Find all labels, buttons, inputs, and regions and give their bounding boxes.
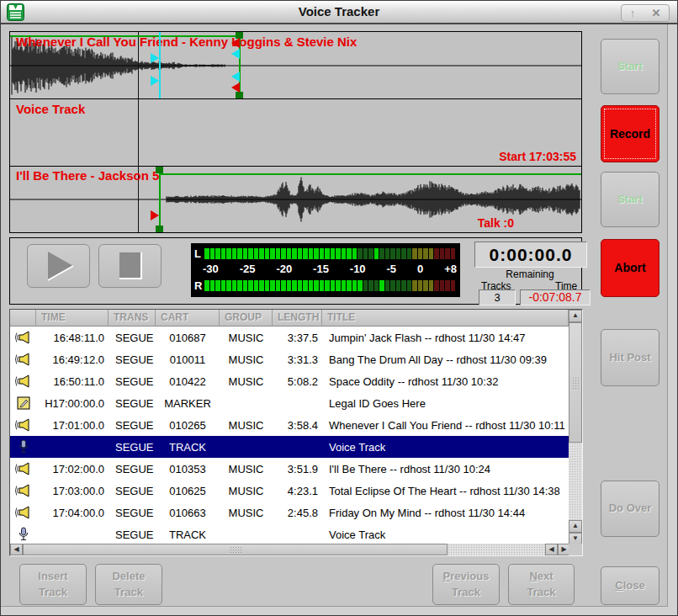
column-header-group: GROUP — [220, 310, 273, 327]
cell-length: 3:58.4 — [273, 419, 322, 432]
meter-segment — [352, 248, 358, 259]
meter-segment — [226, 280, 231, 291]
play-button[interactable] — [27, 244, 90, 288]
meter-segment — [390, 248, 395, 259]
meter-segment — [325, 248, 330, 259]
stop-icon — [99, 245, 161, 287]
cell-title: Legal ID Goes Here — [322, 397, 569, 410]
microphone-icon — [15, 526, 32, 543]
segue-marker-icon[interactable] — [231, 82, 240, 93]
column-header-title: TITLE — [322, 310, 569, 327]
log-row[interactable]: 16:48:11.0SEGUE010687MUSIC3:37.5Jumpin' … — [10, 327, 569, 348]
close-window-icon[interactable]: ✕ — [651, 8, 660, 19]
start-2-button[interactable]: Start — [601, 172, 659, 227]
fade-marker-icon[interactable] — [151, 53, 159, 63]
abort-button[interactable]: Abort — [601, 239, 659, 297]
track1-fade-marker-line[interactable] — [159, 32, 161, 98]
meter-segment — [243, 280, 248, 291]
window-frame-bottom — [1, 606, 668, 615]
do-over-button[interactable]: Do Over — [601, 481, 659, 537]
meter-segment — [385, 248, 390, 259]
marker-handle-icon[interactable] — [236, 92, 243, 98]
marker-handle-icon[interactable] — [156, 167, 163, 173]
column-header-length: LENGTH — [273, 310, 322, 327]
right-channel-label: R — [194, 279, 204, 292]
previous-track-button[interactable]: PreviousTrack — [432, 564, 500, 605]
meter-segment — [363, 248, 368, 259]
fade-marker-icon[interactable] — [151, 76, 159, 86]
meter-segment — [298, 248, 303, 259]
cell-time: 17:01:00.0 — [36, 419, 109, 432]
segue-marker-icon[interactable] — [231, 38, 240, 48]
meter-segment — [331, 280, 336, 291]
meter-segment — [336, 248, 341, 259]
window-controls: ↑ ✕ — [621, 4, 670, 22]
meter-scale-tick: 0 — [417, 263, 423, 276]
log-row[interactable]: 17:01:00.0SEGUE010265MUSIC3:58.4Whenever… — [10, 414, 569, 436]
log-row[interactable]: 17:04:00.0SEGUE010663MUSIC2:45.8Friday O… — [10, 502, 569, 523]
voice-tracker-window: Voice Tracker ↑ ✕ Whenever I Call You Fr… — [0, 0, 678, 616]
cell-title: Jumpin' Jack Flash -- rdhost 11/30 14:47 — [322, 332, 569, 344]
close-button[interactable]: Close — [601, 566, 659, 605]
meter-segment — [232, 248, 237, 259]
log-row[interactable]: SEGUETRACKVoice Track — [10, 436, 569, 458]
log-row[interactable]: 16:49:12.0SEGUE010011MUSIC3:31.3Bang The… — [10, 348, 569, 370]
log-row[interactable]: SEGUETRACKVoice Track — [10, 523, 569, 545]
waveform-canvas[interactable]: Whenever I Call You Friend - Kenny Loggi… — [10, 32, 581, 232]
log-row[interactable]: 16:50:11.0SEGUE010422MUSIC5:08.2Space Od… — [10, 370, 569, 392]
column-header-trans: TRANS — [109, 310, 156, 327]
cell-cart: 010353 — [156, 463, 220, 475]
horizontal-scroll-track[interactable] — [448, 544, 545, 555]
meter-segment — [429, 248, 434, 259]
scroll-up-icon[interactable]: ▲ — [569, 310, 582, 322]
transport-panel: L -30-25-20-15-10-50+8 R 0:00:00.0 Remai… — [9, 237, 582, 305]
voice-track-editor[interactable]: Whenever I Call You Friend - Kenny Loggi… — [9, 31, 582, 233]
log-header: TIMETRANSCARTGROUPLENGTHTITLE — [10, 310, 569, 327]
insert-track-label-line: Track — [39, 585, 67, 601]
scroll-left-icon[interactable]: ◀ — [545, 544, 558, 555]
fade-marker-icon[interactable] — [231, 72, 240, 82]
vertical-scroll-track[interactable] — [569, 443, 582, 520]
scroll-up-icon[interactable]: ▲ — [569, 520, 582, 533]
meter-segment — [243, 248, 248, 259]
row-icon-cell — [10, 417, 36, 433]
meter-segment — [440, 248, 445, 259]
fade-marker-icon[interactable] — [231, 49, 240, 59]
log-row[interactable]: 17:02:00.0SEGUE010353MUSIC3:51.9I'll Be … — [10, 458, 569, 480]
meter-scale-tick: -15 — [313, 263, 329, 276]
vertical-scroll-thumb[interactable] — [569, 322, 582, 443]
insert-track-button[interactable]: InsertTrack — [19, 564, 87, 605]
meter-segment — [342, 248, 347, 259]
meter-segment — [281, 280, 286, 291]
meter-right-row: R — [194, 279, 455, 292]
row-icon-cell — [10, 395, 36, 412]
cell-cart: 010625 — [156, 485, 220, 497]
track3-start-rule — [159, 173, 581, 175]
cell-time: 16:50:11.0 — [36, 375, 109, 388]
delete-track-button[interactable]: DeleteTrack — [95, 564, 162, 605]
microphone-icon — [15, 438, 32, 455]
stop-button[interactable] — [98, 244, 162, 288]
delete-track-label-line: Delete — [112, 569, 145, 585]
meter-segment — [347, 280, 352, 291]
marker-handle-icon[interactable] — [156, 226, 163, 232]
horizontal-scroll-thumb[interactable] — [23, 544, 448, 555]
scroll-left-icon[interactable]: ◀ — [10, 544, 23, 555]
segue-marker-icon[interactable] — [151, 210, 159, 220]
row-icon-cell — [10, 438, 36, 455]
cell-title: Bang The Drum All Day -- rdhost 11/30 09… — [322, 353, 569, 366]
meter-segment — [401, 248, 406, 259]
waveform-path — [12, 37, 580, 222]
meter-segment — [226, 248, 231, 259]
meter-segment — [314, 280, 319, 291]
log-row[interactable]: 17:03:00.0SEGUE010625MUSIC4:23.1Total Ec… — [10, 480, 569, 502]
record-button[interactable]: Record — [601, 105, 659, 162]
meter-segment — [265, 248, 270, 259]
hit-post-button[interactable]: Hit Post — [601, 329, 659, 386]
meter-segment — [303, 280, 308, 291]
next-track-button[interactable]: NextTrack — [508, 564, 575, 605]
shade-window-icon[interactable]: ↑ — [630, 8, 636, 19]
start-1-button[interactable]: Start — [601, 39, 659, 94]
track3-start-marker-line[interactable] — [159, 167, 161, 232]
log-row[interactable]: H17:00:00.0SEGUEMARKERLegal ID Goes Here — [10, 392, 569, 414]
